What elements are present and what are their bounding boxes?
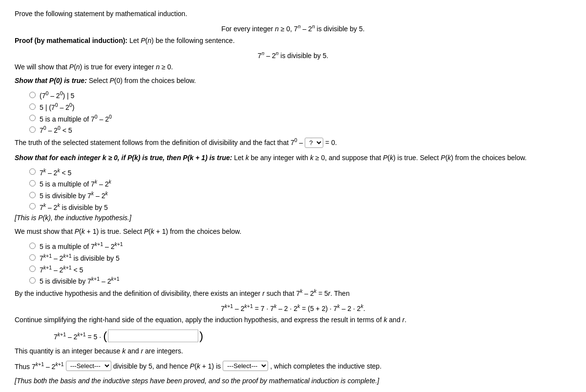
pk1-radio-2[interactable] <box>29 254 36 261</box>
p0-label-2: 5 | (70 – 20) <box>40 102 74 111</box>
pk1-option-2[interactable]: 7k+1 – 2k+1 is divisible by 5 <box>29 253 571 262</box>
paren-wrap: ( ) <box>103 330 203 342</box>
divisible-select[interactable]: ---Select--- is is not <box>66 361 111 371</box>
pk-options-group: 7k – 2k < 5 5 is a multiple of 7k – 2k 5… <box>29 167 571 211</box>
p0-options-group: (70 – 20) | 5 5 | (70 – 20) 5 is a multi… <box>29 90 571 134</box>
by-inductive-text: By the inductive hypothesis and the defi… <box>15 288 571 297</box>
left-paren: ( <box>103 330 107 342</box>
pk1-result-select[interactable]: ---Select--- true false <box>223 361 268 371</box>
pk1-option-4[interactable]: 5 is divisible by 7k+1 – 2k+1 <box>29 276 571 285</box>
must-show-text: We must show that P(k + 1) is true. Sele… <box>15 227 571 235</box>
answer-input[interactable] <box>108 330 198 342</box>
pk-option-3[interactable]: 5 is divisible by 7k – 2k <box>29 190 571 200</box>
equation-line: 7k+1 – 2k+1 = 7 · 7k – 2 · 2k = (5 + 2) … <box>15 303 571 312</box>
pk1-options-group: 5 is a multiple of 7k+1 – 2k+1 7k+1 – 2k… <box>29 241 571 285</box>
p0-radio-2[interactable] <box>29 103 36 110</box>
show-p0-header-block: Show that P(0) is true: Select P(0) from… <box>15 77 571 84</box>
pk1-result-select-container[interactable]: ---Select--- true false <box>223 361 268 371</box>
proof-intro: Let P(n) be the following sentence. <box>129 37 235 44</box>
truth-follows-block: The truth of the selected statement foll… <box>15 137 571 148</box>
pk1-option-1[interactable]: 5 is a multiple of 7k+1 – 2k+1 <box>29 241 571 250</box>
p0-option-4[interactable]: 70 – 20 < 5 <box>29 125 571 134</box>
inductive-step-header-block: Show that for each integer k ≥ 0, if P(k… <box>15 154 571 162</box>
pk-label-2: 5 is a multiple of 7k – 2k <box>40 179 111 188</box>
final-equation-block: 7k+1 – 2k+1 = 5 · ( ) <box>54 330 532 342</box>
p0-radio-3[interactable] <box>29 115 36 121</box>
pk1-label-2: 7k+1 – 2k+1 is divisible by 5 <box>40 253 120 262</box>
p0-radio-4[interactable] <box>29 126 36 133</box>
thus-block: Thus 7k+1 – 2k+1 ---Select--- is is not … <box>15 361 571 371</box>
show-pn-true: We will show that P(n) is true for every… <box>15 63 571 71</box>
pk-radio-4[interactable] <box>29 203 36 209</box>
inductive-hypothesis-note: [This is P(k), the inductive hypothesis.… <box>15 214 571 222</box>
inductive-step-header: Show that for each integer k ≥ 0, if P(k… <box>15 154 232 162</box>
pk-option-2[interactable]: 5 is a multiple of 7k – 2k <box>29 179 571 188</box>
pk1-label-3: 7k+1 – 2k+1 < 5 <box>40 265 83 274</box>
pk-radio-2[interactable] <box>29 180 36 186</box>
pk-radio-3[interactable] <box>29 192 36 198</box>
p0-option-1[interactable]: (70 – 20) | 5 <box>29 90 571 100</box>
pk-label-4: 7k – 2k is divisible by 5 <box>40 202 108 211</box>
p0-label-4: 70 – 20 < 5 <box>40 125 72 134</box>
p0-radio-1[interactable] <box>29 92 36 98</box>
p0-option-2[interactable]: 5 | (70 – 20) <box>29 102 571 111</box>
thus-prefix: Thus 7k+1 – 2k+1 <box>15 361 64 371</box>
divisible-select-container[interactable]: ---Select--- is is not <box>66 361 111 371</box>
fact-select[interactable]: ? 0 1 2 5 <box>305 138 323 147</box>
p0-label-1: (70 – 20) | 5 <box>40 90 74 100</box>
inductive-step-intro: Let k be any integer with k ≥ 0, and sup… <box>234 154 526 162</box>
conclusion-text: [Thus both the basis and the inductive s… <box>15 377 571 385</box>
final-eq-lhs: 7k+1 – 2k+1 = 5 · <box>54 331 101 341</box>
pn-sentence: 7n – 2n is divisible by 5. <box>15 50 571 60</box>
right-paren: ) <box>199 330 203 342</box>
pk-option-1[interactable]: 7k – 2k < 5 <box>29 167 571 177</box>
proof-header-block: Proof (by mathematical induction): Let P… <box>15 37 571 44</box>
pk-label-1: 7k – 2k < 5 <box>40 167 71 177</box>
pk-radio-1[interactable] <box>29 168 36 175</box>
thus-suffix: , which completes the inductive step. <box>270 362 381 370</box>
show-p0-header: Show that P(0) is true: <box>15 77 87 84</box>
thus-middle: divisible by 5, and hence P(k + 1) is <box>113 362 221 370</box>
pk-option-4[interactable]: 7k – 2k is divisible by 5 <box>29 202 571 211</box>
pk-label-3: 5 is divisible by 7k – 2k <box>40 190 108 200</box>
pk1-label-1: 5 is a multiple of 7k+1 – 2k+1 <box>40 241 123 250</box>
integer-note-text: This quantity is an integer because k an… <box>15 347 571 355</box>
pk1-radio-1[interactable] <box>29 243 36 249</box>
fact-select-container[interactable]: ? 0 1 2 5 <box>305 138 323 148</box>
p0-option-3[interactable]: 5 is a multiple of 70 – 20 <box>29 114 571 123</box>
pk1-radio-4[interactable] <box>29 277 36 284</box>
statement-text: For every integer n ≥ 0, 7n – 2n is divi… <box>15 23 571 33</box>
p0-label-3: 5 is a multiple of 70 – 20 <box>40 114 112 123</box>
pk1-option-3[interactable]: 7k+1 – 2k+1 < 5 <box>29 265 571 274</box>
pk1-label-4: 5 is divisible by 7k+1 – 2k+1 <box>40 276 120 285</box>
continue-simplify-text: Continue simplifying the right-hand side… <box>15 316 571 324</box>
intro-text: Prove the following statement by mathema… <box>15 10 571 18</box>
proof-header: Proof (by mathematical induction): <box>15 37 127 44</box>
show-p0-instruction: Select P(0) from the choices below. <box>89 77 196 84</box>
pk1-radio-3[interactable] <box>29 266 36 272</box>
